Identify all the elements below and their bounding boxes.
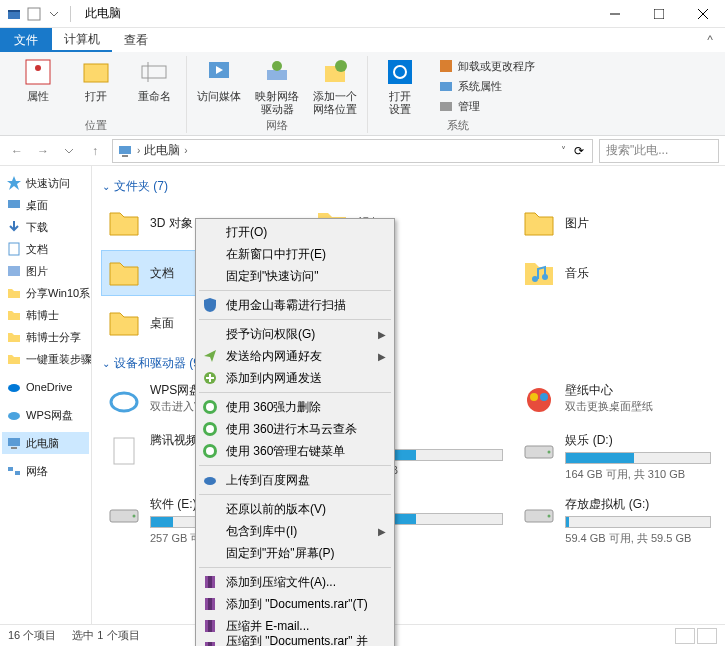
forward-button[interactable]: → (32, 140, 54, 162)
context-menu-label: 添加到压缩文件(A)... (226, 574, 336, 591)
folder-icon (106, 205, 142, 241)
svg-rect-28 (8, 266, 20, 276)
context-menu-item[interactable]: 添加到内网通发送 (198, 367, 392, 389)
quick-access-toolbar (0, 6, 81, 22)
context-menu-item[interactable]: 还原以前的版本(V) (198, 498, 392, 520)
folder-icon (106, 305, 142, 341)
submenu-arrow-icon: ▶ (378, 351, 386, 362)
close-button[interactable] (681, 0, 725, 28)
context-menu-item[interactable]: 使用金山毒霸进行扫描 (198, 294, 392, 316)
refresh-icon[interactable]: ⟳ (570, 144, 588, 158)
rename-button[interactable]: 重命名 (130, 56, 178, 116)
context-menu-item[interactable]: 上传到百度网盘 (198, 469, 392, 491)
folder-icon (6, 285, 22, 301)
map-drive-button[interactable]: 映射网络 驱动器 (253, 56, 301, 116)
sidebar-item[interactable]: 一键重装步骤 (2, 348, 89, 370)
sidebar-item[interactable]: 韩博士分享 (2, 326, 89, 348)
svg-point-29 (8, 384, 20, 392)
svg-rect-27 (9, 243, 19, 255)
open-button[interactable]: 打开 (72, 56, 120, 116)
drive-item[interactable]: 壁纸中心双击更换桌面壁纸 (517, 378, 715, 422)
context-menu-item[interactable]: 压缩到 "Documents.rar" 并 E-mail (198, 637, 392, 646)
section-header-drives[interactable]: ⌄ 设备和驱动器 (9) (102, 355, 715, 372)
tab-view[interactable]: 查看 (112, 28, 160, 52)
open-settings-button[interactable]: 打开 设置 (376, 56, 424, 116)
context-menu-item[interactable]: 打开(O) (198, 221, 392, 243)
qat-dropdown-icon[interactable] (46, 6, 62, 22)
ribbon-group-location: 属性 打开 重命名 位置 (6, 56, 187, 133)
ribbon-group-network: 访问媒体 映射网络 驱动器 添加一个 网络位置 网络 (187, 56, 368, 133)
context-menu-item[interactable]: 发送给内网通好友▶ (198, 345, 392, 367)
sidebar-item[interactable]: 桌面 (2, 194, 89, 216)
context-menu-label: 使用 360强力删除 (226, 399, 321, 416)
svg-rect-9 (84, 64, 108, 82)
sidebar-item-label: 下载 (26, 220, 48, 235)
ribbon: 属性 打开 重命名 位置 访问媒体 映射网络 驱动器 (0, 52, 725, 136)
up-button[interactable]: ↑ (84, 140, 106, 162)
properties-button[interactable]: 属性 (14, 56, 62, 116)
selection-count: 选中 1 个项目 (72, 628, 139, 643)
context-menu-item[interactable]: 固定到"快速访问" (198, 265, 392, 287)
drive-item[interactable]: 娱乐 (D:)164 GB 可用, 共 310 GB (517, 428, 715, 486)
context-menu-item[interactable]: 包含到库中(I)▶ (198, 520, 392, 542)
manage-button[interactable]: 管理 (434, 97, 539, 115)
folder-item[interactable]: 音乐 (517, 251, 715, 295)
svg-rect-2 (28, 8, 40, 20)
sidebar-item[interactable]: 韩博士 (2, 304, 89, 326)
rar-icon (202, 574, 218, 590)
uninstall-programs-button[interactable]: 卸载或更改程序 (434, 57, 539, 75)
section-header-folders[interactable]: ⌄ 文件夹 (7) (102, 178, 715, 195)
minimize-button[interactable] (593, 0, 637, 28)
address-dropdown-icon[interactable]: ˅ (561, 145, 566, 156)
svg-rect-1 (8, 10, 20, 12)
svg-point-55 (206, 403, 214, 411)
sidebar-item-label: 网络 (26, 464, 48, 479)
qat-item-icon[interactable] (26, 6, 42, 22)
context-menu-item[interactable]: 添加到压缩文件(A)... (198, 571, 392, 593)
access-media-button[interactable]: 访问媒体 (195, 56, 243, 116)
context-menu-item[interactable]: 使用 360管理右键菜单 (198, 440, 392, 462)
folder-label: 图片 (565, 215, 589, 232)
context-menu-item[interactable]: 使用 360进行木马云查杀 (198, 418, 392, 440)
context-menu-item[interactable]: 在新窗口中打开(E) (198, 243, 392, 265)
svg-point-48 (133, 515, 136, 518)
drive-item[interactable]: 存放虚拟机 (G:)59.4 GB 可用, 共 59.5 GB (517, 492, 715, 550)
svg-rect-21 (440, 82, 452, 91)
sidebar-item[interactable]: 分享Win10系 (2, 282, 89, 304)
tiles-view-button[interactable] (697, 628, 717, 644)
sidebar-item[interactable]: 快速访问 (2, 172, 89, 194)
drive-icon (521, 496, 557, 532)
sidebar-item[interactable]: 网络 (2, 460, 89, 482)
sidebar-item[interactable]: 此电脑 (2, 432, 89, 454)
ribbon-collapse-icon[interactable]: ^ (695, 33, 725, 47)
context-menu-item[interactable]: 固定到"开始"屏幕(P) (198, 542, 392, 564)
chevron-down-icon: ⌄ (102, 358, 110, 369)
context-menu-item[interactable]: 使用 360强力删除 (198, 396, 392, 418)
sidebar-item[interactable]: 下载 (2, 216, 89, 238)
tab-computer[interactable]: 计算机 (52, 28, 112, 52)
address-bar[interactable]: › 此电脑 › ˅ ⟳ (112, 139, 593, 163)
context-menu-label: 授予访问权限(G) (226, 326, 315, 343)
drive-usage-bar (565, 516, 711, 528)
folder-label: 3D 对象 (150, 215, 193, 232)
sidebar-item[interactable]: 文档 (2, 238, 89, 260)
recent-locations-button[interactable] (58, 140, 80, 162)
context-menu-label: 压缩到 "Documents.rar" 并 E-mail (226, 633, 372, 647)
details-view-button[interactable] (675, 628, 695, 644)
sidebar-item[interactable]: 图片 (2, 260, 89, 282)
add-network-location-button[interactable]: 添加一个 网络位置 (311, 56, 359, 116)
back-button[interactable]: ← (6, 140, 28, 162)
system-properties-button[interactable]: 系统属性 (434, 77, 539, 95)
maximize-button[interactable] (637, 0, 681, 28)
svg-point-37 (542, 274, 548, 280)
drive-icon (521, 432, 557, 468)
breadcrumb-segment[interactable]: 此电脑 (144, 142, 180, 159)
context-menu-item[interactable]: 添加到 "Documents.rar"(T) (198, 593, 392, 615)
file-tab[interactable]: 文件 (0, 28, 52, 52)
context-menu-item[interactable]: 授予访问权限(G)▶ (198, 323, 392, 345)
sidebar-item[interactable]: OneDrive (2, 376, 89, 398)
folder-item[interactable]: 图片 (517, 201, 715, 245)
sidebar-item[interactable]: WPS网盘 (2, 404, 89, 426)
search-input[interactable]: 搜索"此电... (599, 139, 719, 163)
folder-label: 音乐 (565, 265, 589, 282)
